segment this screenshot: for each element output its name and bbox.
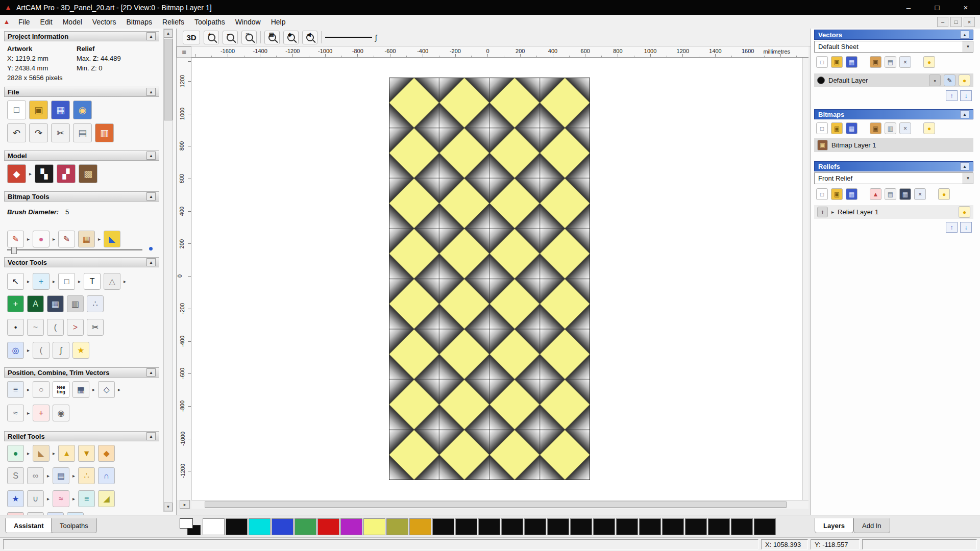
colour-swatch-15[interactable] xyxy=(524,518,546,535)
merge-bitmap-icon[interactable]: ▥ xyxy=(885,122,896,134)
expander-icon[interactable]: ▸ xyxy=(831,209,834,215)
colour-swatch-3[interactable] xyxy=(249,518,271,535)
copy-vectors-icon[interactable]: ▤ xyxy=(885,56,896,68)
menu-vectors[interactable]: Vectors xyxy=(87,15,121,29)
brush-slider-flyout-dot[interactable] xyxy=(149,247,153,251)
block-copy-icon[interactable]: ▦ xyxy=(72,381,89,398)
flyout-arrow-icon[interactable]: ▸ xyxy=(47,473,50,479)
smooth-relief-icon[interactable]: ◣ xyxy=(33,445,50,462)
colour-swatch-23[interactable] xyxy=(708,518,730,535)
mirror-vectors-icon[interactable]: ≈ xyxy=(7,405,24,421)
colour-swatch-21[interactable] xyxy=(662,518,684,535)
menu-reliefs[interactable]: Reliefs xyxy=(157,15,189,29)
create-rectangle-icon[interactable]: □ xyxy=(58,273,75,290)
new-model-icon[interactable]: □ xyxy=(7,101,26,119)
invert-model-icon[interactable]: ▚ xyxy=(35,164,54,183)
undo-icon[interactable]: ↶ xyxy=(7,123,26,142)
zoom-page-button[interactable]: ▤ xyxy=(264,31,280,44)
toggle-all-reliefs-icon[interactable]: ● xyxy=(938,188,950,200)
zoom-in-button[interactable]: + xyxy=(204,31,219,44)
move-layer-up-button[interactable]: ↑ xyxy=(946,222,958,233)
two-rail-sweep-icon[interactable]: ≈ xyxy=(53,490,69,507)
brush-diameter-slider-track[interactable] xyxy=(7,249,142,251)
flyout-arrow-icon[interactable]: ▸ xyxy=(124,279,126,284)
colour-swatch-7[interactable] xyxy=(340,518,362,535)
align-vectors-icon[interactable]: ≡ xyxy=(7,381,24,398)
import-relief-icon[interactable]: ▲ xyxy=(870,188,881,200)
colour-swatch-12[interactable] xyxy=(455,518,477,535)
menu-window[interactable]: Window xyxy=(230,15,266,29)
maximize-button[interactable]: □ xyxy=(923,0,951,15)
snap-to-grid-icon[interactable]: + xyxy=(7,295,24,312)
layer-colour-swatch[interactable] xyxy=(817,77,825,84)
collapse-button[interactable]: ▲ xyxy=(960,162,969,170)
colour-swatch-25[interactable] xyxy=(754,518,776,535)
colour-swatch-17[interactable] xyxy=(570,518,592,535)
artwork-panel[interactable] xyxy=(389,78,590,480)
flyout-arrow-icon[interactable]: ▸ xyxy=(27,410,30,416)
create-star-icon[interactable]: ★ xyxy=(72,342,89,359)
text-on-curve-icon[interactable]: A xyxy=(27,295,44,312)
colour-swatch-5[interactable] xyxy=(295,518,316,535)
view-3d-button[interactable]: 3D xyxy=(183,31,200,44)
colour-swatch-2[interactable] xyxy=(226,518,248,535)
child-restore-button[interactable]: □ xyxy=(950,17,962,27)
new-sheet-icon[interactable]: □ xyxy=(816,56,828,68)
circular-copy-icon[interactable]: ○ xyxy=(33,381,50,398)
menu-toolpaths[interactable]: Toolpaths xyxy=(189,15,230,29)
colour-swatch-24[interactable] xyxy=(731,518,753,535)
delete-relief-layer-icon[interactable]: × xyxy=(914,188,926,200)
chevron-down-icon[interactable]: ▼ xyxy=(963,41,973,52)
colour-swatch-8[interactable] xyxy=(363,518,385,535)
vector-doctor-icon[interactable]: + xyxy=(33,405,50,421)
menu-model[interactable]: Model xyxy=(58,15,87,29)
flood-fill-icon[interactable]: ◣ xyxy=(104,231,120,247)
fit-arc-icon[interactable]: ( xyxy=(47,319,64,336)
copy-icon[interactable]: ▤ xyxy=(73,123,92,142)
node-editing-icon[interactable]: • xyxy=(7,319,24,336)
flyout-arrow-icon[interactable]: ▸ xyxy=(29,171,32,177)
delete-vector-layer-icon[interactable]: × xyxy=(899,56,911,68)
colour-swatch-10[interactable] xyxy=(409,518,431,535)
sculpt-icon[interactable]: S xyxy=(7,467,24,484)
flyout-arrow-icon[interactable]: ▸ xyxy=(27,387,30,392)
freehand-draw-icon[interactable]: > xyxy=(67,319,84,336)
draw-icon[interactable]: ✎ xyxy=(58,231,75,247)
tab-layers[interactable]: Layers xyxy=(815,518,853,533)
create-spiral-icon[interactable]: ◉ xyxy=(53,405,69,421)
dynamic-relief-icon[interactable]: ◆ xyxy=(98,445,115,462)
emboss-relief-icon[interactable]: ▤ xyxy=(53,467,69,484)
open-vectors-icon[interactable]: ▣ xyxy=(831,56,843,68)
colour-swatch-9[interactable] xyxy=(386,518,408,535)
flyout-arrow-icon[interactable]: ▸ xyxy=(27,236,30,242)
tab-toolpaths[interactable]: Toolpaths xyxy=(51,518,97,533)
collapse-button[interactable]: ▲ xyxy=(146,152,156,160)
model-preview-icon[interactable]: ◉ xyxy=(73,101,92,119)
create-polyline-icon[interactable]: ~ xyxy=(27,319,44,336)
collapse-button[interactable]: ▲ xyxy=(146,88,156,96)
toggle-all-vectors-icon[interactable]: ● xyxy=(923,56,935,68)
colour-swatch-16[interactable] xyxy=(547,518,569,535)
canvas-horizontal-scrollbar[interactable] xyxy=(191,500,808,509)
adjust-model-icon[interactable]: ▞ xyxy=(57,164,76,183)
tab-assistant[interactable]: Assistant xyxy=(5,518,53,533)
extrude-relief-icon[interactable]: ≡ xyxy=(78,490,95,507)
save-vectors-icon[interactable]: ▦ xyxy=(846,56,857,68)
bitmap-layer-row[interactable]: ▣ Bitmap Layer 1 xyxy=(814,138,973,152)
sheet-dropdown[interactable]: Default Sheet ▼ xyxy=(814,41,973,53)
chevron-down-icon[interactable]: ▼ xyxy=(963,173,973,184)
import-vectors-icon[interactable]: ▣ xyxy=(870,56,881,68)
move-layer-up-button[interactable]: ↑ xyxy=(946,90,958,101)
flyout-arrow-icon[interactable]: ▸ xyxy=(53,450,55,456)
scroll-down-button[interactable]: ▼ xyxy=(164,503,173,511)
open-bitmap-icon[interactable]: ▣ xyxy=(831,122,843,134)
new-bitmap-layer-icon[interactable]: □ xyxy=(816,122,828,134)
paint-icon[interactable]: ✎ xyxy=(7,231,24,247)
collapse-button[interactable]: ▲ xyxy=(146,192,156,201)
star-wizard-icon[interactable]: ★ xyxy=(7,490,24,507)
zoom-window-button[interactable]: □ xyxy=(241,31,257,44)
zoom-objects-button[interactable]: ◆ xyxy=(283,31,299,44)
menu-bitmaps[interactable]: Bitmaps xyxy=(121,15,158,29)
tab-add-in[interactable]: Add In xyxy=(853,518,890,533)
collapse-button[interactable]: ▲ xyxy=(960,31,969,39)
